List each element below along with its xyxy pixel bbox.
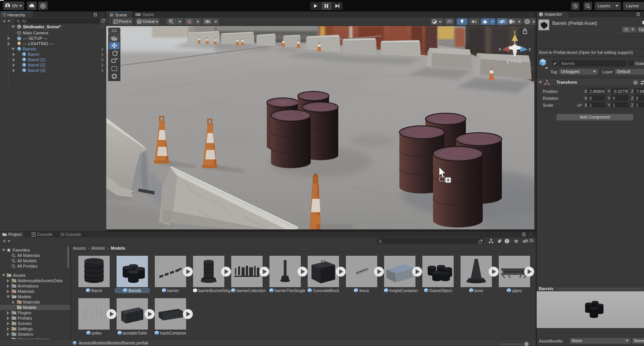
svg-text:z: z [529,47,531,51]
svg-text:?: ? [634,81,636,84]
svg-text:x: x [499,47,501,51]
svg-text:❮ Persp: ❮ Persp [506,59,522,64]
svg-text:y: y [514,29,516,34]
